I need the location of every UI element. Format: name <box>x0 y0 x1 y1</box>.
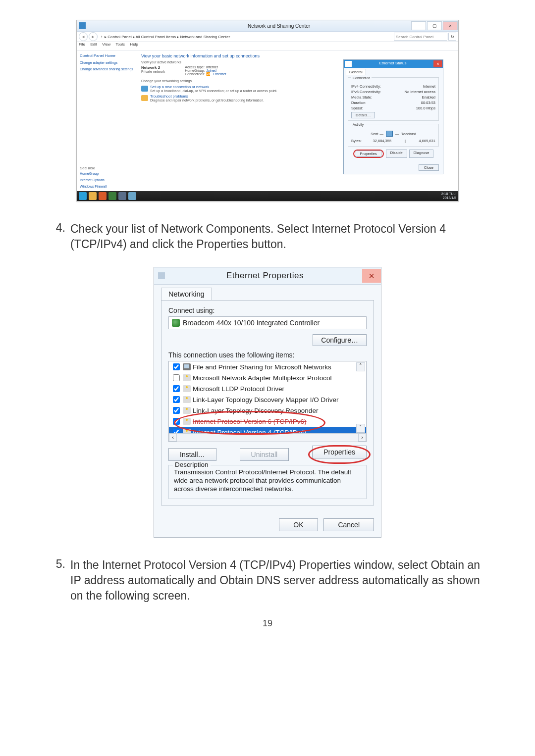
menu-view[interactable]: View <box>102 42 110 47</box>
app-icon-1[interactable] <box>99 192 107 200</box>
component-checkbox[interactable] <box>173 418 180 425</box>
configure-button[interactable]: Configure… <box>313 334 367 346</box>
minimize-button[interactable]: – <box>411 21 426 30</box>
list-item[interactable]: Link-Layer Topology Discovery Mapper I/O… <box>169 394 366 405</box>
bytes-label: Bytes: <box>351 139 362 143</box>
horizontal-scrollbar[interactable]: ‹ › <box>169 433 366 442</box>
homegroup-value[interactable]: Joined <box>206 69 216 72</box>
dialog-close-button[interactable]: × <box>433 60 442 67</box>
description-body: Transmission Control Protocol/Internet P… <box>174 468 361 494</box>
protocol-icon <box>183 407 191 414</box>
settings-icon[interactable] <box>118 192 126 200</box>
component-buttons: Install… Uninstall Properties <box>168 448 367 461</box>
component-properties-button[interactable]: Properties <box>312 446 367 458</box>
forward-button[interactable]: ► <box>89 32 98 41</box>
activity-group-label: Activity <box>351 123 365 126</box>
disable-button[interactable]: Disable <box>386 150 407 158</box>
see-also-internet-options[interactable]: Internet Options <box>80 178 107 182</box>
troubleshoot-title: Troubleshoot problems <box>150 94 264 99</box>
page-number: 19 <box>45 618 490 629</box>
list-item-ipv6[interactable]: Internet Protocol Version 6 (TCP/IPv6) <box>169 416 366 427</box>
step-text: Check your list of Network Components. S… <box>70 221 490 252</box>
connection-group-label: Connection <box>351 76 372 80</box>
component-checkbox[interactable] <box>173 407 180 414</box>
network-type: Private network <box>141 70 165 73</box>
scroll-down-button[interactable]: ˅ <box>356 424 365 433</box>
scroll-up-button[interactable]: ˄ <box>356 362 365 371</box>
ethernet-status-title: Ethernet Status <box>353 60 433 68</box>
menu-help[interactable]: Help <box>130 42 138 47</box>
component-checkbox[interactable] <box>173 385 180 392</box>
change-advanced-sharing-link[interactable]: Change advanced sharing settings <box>80 67 134 71</box>
properties-title: Ethernet Properties <box>168 271 362 281</box>
list-item[interactable]: Link-Layer Topology Discovery Responder <box>169 405 366 416</box>
properties-highlight: Properties <box>353 150 384 158</box>
adapter-icon <box>172 319 180 327</box>
list-item[interactable]: File and Printer Sharing for Microsoft N… <box>169 361 366 372</box>
component-label: Microsoft Network Adapter Multiplexor Pr… <box>193 374 332 382</box>
app-icon-2[interactable] <box>108 192 116 200</box>
see-also-header: See also <box>80 166 107 170</box>
breadcrumb[interactable]: ▸ Control Panel ▸ All Control Panel Item… <box>105 35 230 39</box>
scroll-left-button[interactable]: ‹ <box>169 434 177 442</box>
list-item[interactable]: Microsoft LLDP Protocol Driver <box>169 383 366 394</box>
bytes-received-value: 4,665,631 <box>419 139 435 143</box>
back-button[interactable]: ◄ <box>79 32 88 41</box>
protocol-icon <box>183 385 191 392</box>
uninstall-button[interactable]: Uninstall <box>240 448 289 461</box>
control-panel-home-link[interactable]: Control Panel Home <box>80 53 134 58</box>
received-label: Received <box>401 132 416 136</box>
network-icon <box>345 61 352 67</box>
explorer-icon[interactable] <box>89 192 97 200</box>
network-adapter-icon <box>158 272 165 279</box>
refresh-button[interactable]: ↻ <box>448 33 456 41</box>
access-type-value: Internet <box>206 65 218 69</box>
close-dialog-button[interactable]: Close <box>419 164 439 171</box>
connections-value[interactable]: Ethernet <box>213 72 226 76</box>
network-sharing-center-screenshot: Network and Sharing Center – ▢ × ◄ ► ↑ ▸… <box>76 20 459 202</box>
see-also-homegroup[interactable]: HomeGroup <box>80 172 107 175</box>
ok-button[interactable]: OK <box>279 518 318 531</box>
speed-label: Speed: <box>351 106 363 110</box>
tab-networking[interactable]: Networking <box>161 288 212 300</box>
adapter-field[interactable]: Broadcom 440x 10/100 Integrated Controll… <box>168 316 367 329</box>
sent-label: Sent <box>371 132 378 136</box>
ethernet-properties-button[interactable]: Properties <box>356 151 381 157</box>
system-clock[interactable]: 2:10 TUul 2013/1/5 <box>441 192 456 200</box>
maximize-button[interactable]: ▢ <box>427 21 442 30</box>
ethernet-properties-screenshot: Ethernet Properties × Networking Connect… <box>154 267 381 538</box>
menu-edit[interactable]: Edit <box>90 42 97 47</box>
list-item[interactable]: Microsoft Network Adapter Multiplexor Pr… <box>169 372 366 383</box>
change-adapter-settings-link[interactable]: Change adapter settings <box>80 61 134 64</box>
diagnose-button[interactable]: Diagnose <box>409 150 434 158</box>
scroll-right-button[interactable]: › <box>358 434 366 442</box>
window-title: Network and Sharing Center <box>147 23 411 29</box>
close-button[interactable]: × <box>443 21 458 30</box>
component-checkbox[interactable] <box>173 374 180 381</box>
component-label: Microsoft LLDP Protocol Driver <box>193 385 284 393</box>
tab-general[interactable]: General <box>346 69 366 75</box>
ie-icon[interactable] <box>79 192 87 200</box>
app-icon-3[interactable] <box>128 192 136 200</box>
setup-new-connection-title: Set up a new connection or network <box>150 85 277 89</box>
properties-close-button[interactable]: × <box>362 269 381 283</box>
protocol-icon <box>183 418 191 425</box>
component-checkbox[interactable] <box>173 396 180 403</box>
details-button[interactable]: Details… <box>351 112 375 118</box>
speed-value: 100.0 Mbps <box>416 106 435 110</box>
window-titlebar: Network and Sharing Center – ▢ × <box>77 20 458 32</box>
ipv6-connectivity-label: IPv6 Connectivity: <box>351 90 381 94</box>
connection-group: Connection IPv4 Connectivity:Internet IP… <box>348 77 439 121</box>
page-title: View your basic network information and … <box>141 53 454 58</box>
menu-tools[interactable]: Tools <box>115 42 125 47</box>
menu-file[interactable]: File <box>79 42 85 47</box>
install-button[interactable]: Install… <box>168 448 216 461</box>
step-text: In the Internet Protocol Version 4 (TCP/… <box>70 557 490 604</box>
component-label: Internet Protocol Version 6 (TCP/IPv6) <box>193 418 307 425</box>
search-input[interactable] <box>394 33 447 41</box>
access-type-label: Access type: <box>185 65 205 69</box>
see-also-windows-firewall[interactable]: Windows Firewall <box>80 185 107 188</box>
cancel-button[interactable]: Cancel <box>323 518 374 531</box>
media-state-value: Enabled <box>422 95 435 100</box>
component-checkbox[interactable] <box>173 363 180 370</box>
